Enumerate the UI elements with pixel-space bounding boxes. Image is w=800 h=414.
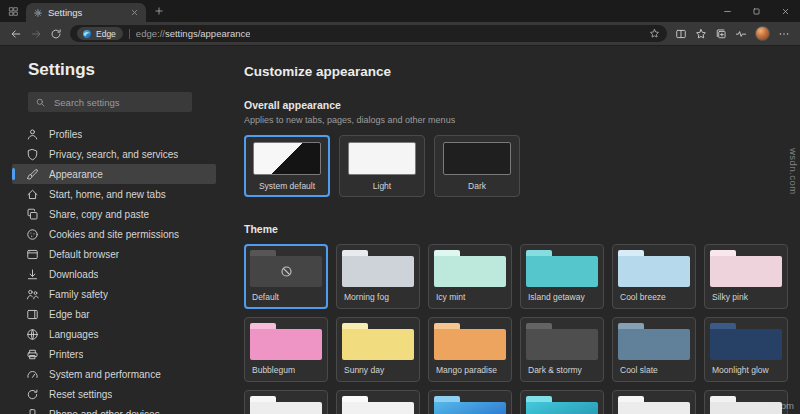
appearance-option-dark[interactable]: Dark <box>434 135 520 197</box>
favorites-icon[interactable] <box>695 28 707 40</box>
appearance-swatch <box>443 142 511 175</box>
theme-grid: DefaultMorning fogIcy mintIsland getaway… <box>244 244 800 414</box>
theme-label: Silky pink <box>710 292 782 302</box>
theme-card-partial[interactable] <box>244 390 328 414</box>
address-bar[interactable]: Edge edge://settings/appearance <box>70 25 667 42</box>
sidebar-item-phone-and-other-devices[interactable]: Phone and other devices <box>12 404 216 414</box>
theme-swatch <box>526 250 598 287</box>
sidebar-item-languages[interactable]: Languages <box>12 324 216 344</box>
theme-swatch <box>434 250 506 287</box>
sidebar-item-printers[interactable]: Printers <box>12 344 216 364</box>
theme-swatch <box>250 396 322 414</box>
theme-label: Mango paradise <box>434 365 506 375</box>
theme-sunny-day[interactable]: Sunny day <box>336 317 420 382</box>
theme-island-getaway[interactable]: Island getaway <box>520 244 604 309</box>
search-input[interactable] <box>52 96 185 109</box>
appearance-swatch <box>348 142 416 175</box>
settings-main: Customize appearance Overall appearance … <box>228 46 800 414</box>
titlebar: Settings <box>0 0 800 22</box>
search-icon <box>35 97 46 108</box>
refresh-icon[interactable] <box>50 28 62 40</box>
theme-cool-breeze[interactable]: Cool breeze <box>612 244 696 309</box>
tab-close-icon[interactable] <box>130 8 139 17</box>
sidebar-item-cookies-and-site-permissions[interactable]: Cookies and site permissions <box>12 224 216 244</box>
edgebar-icon <box>26 308 39 321</box>
browser-icon <box>26 248 39 261</box>
theme-swatch <box>250 250 322 287</box>
profile-avatar[interactable] <box>755 26 770 41</box>
tab-settings[interactable]: Settings <box>26 3 146 22</box>
theme-card-partial[interactable] <box>336 390 420 414</box>
sidebar-item-label: System and performance <box>49 369 161 380</box>
theme-label: Moonlight glow <box>710 365 782 375</box>
appearance-option-system-default[interactable]: System default <box>244 135 330 197</box>
sidebar-item-reset-settings[interactable]: Reset settings <box>12 384 216 404</box>
sidebar-item-downloads[interactable]: Downloads <box>12 264 216 284</box>
sidebar-item-profiles[interactable]: Profiles <box>12 124 216 144</box>
theme-bubblegum[interactable]: Bubblegum <box>244 317 328 382</box>
browser-essentials-icon[interactable] <box>735 28 747 40</box>
add-favorite-icon[interactable] <box>649 28 660 39</box>
sidebar-item-appearance[interactable]: Appearance <box>12 164 216 184</box>
forward-icon[interactable] <box>30 28 42 40</box>
sidebar-item-label: Family safety <box>49 289 108 300</box>
phone-icon <box>26 408 39 414</box>
new-tab-button[interactable] <box>146 0 172 22</box>
reset-icon <box>26 388 39 401</box>
appearance-swatch <box>253 142 321 175</box>
sidebar-item-family-safety[interactable]: Family safety <box>12 284 216 304</box>
watermark-side: wsdn.com <box>788 148 799 195</box>
sidebar-item-share-copy-and-paste[interactable]: Share, copy and paste <box>12 204 216 224</box>
theme-label: Dark & stormy <box>526 365 598 375</box>
theme-default[interactable]: Default <box>244 244 328 309</box>
sidebar-item-label: Cookies and site permissions <box>49 229 179 240</box>
language-icon <box>26 328 39 341</box>
edge-logo-icon <box>82 29 92 39</box>
brush-icon <box>26 168 39 181</box>
sidebar-item-system-and-performance[interactable]: System and performance <box>12 364 216 384</box>
sidebar-item-label: Privacy, search, and services <box>49 149 178 160</box>
theme-card-partial[interactable] <box>612 390 696 414</box>
plus-icon <box>154 6 164 16</box>
maximize-button[interactable] <box>742 0 771 22</box>
sidebar-item-start-home-and-new-tabs[interactable]: Start, home, and new tabs <box>12 184 216 204</box>
theme-swatch <box>434 323 506 360</box>
family-icon <box>26 288 39 301</box>
theme-swatch <box>710 250 782 287</box>
sidebar-item-label: Reset settings <box>49 389 112 400</box>
theme-label: Island getaway <box>526 292 598 302</box>
back-icon[interactable] <box>10 28 22 40</box>
sidebar-item-label: Downloads <box>49 269 98 280</box>
appearance-option-light[interactable]: Light <box>339 135 425 197</box>
theme-silky-pink[interactable]: Silky pink <box>704 244 788 309</box>
minimize-button[interactable] <box>713 0 742 22</box>
settings-more-icon[interactable] <box>778 28 790 40</box>
sidebar-item-edge-bar[interactable]: Edge bar <box>12 304 216 324</box>
theme-icy-mint[interactable]: Icy mint <box>428 244 512 309</box>
theme-swatch <box>618 396 690 414</box>
sidebar-item-privacy-search-and-services[interactable]: Privacy, search, and services <box>12 144 216 164</box>
theme-swatch <box>342 396 414 414</box>
settings-search[interactable] <box>28 92 192 112</box>
theme-card-partial[interactable] <box>428 390 512 414</box>
theme-label: Icy mint <box>434 292 506 302</box>
appearance-option-label: System default <box>259 181 315 191</box>
site-chip[interactable]: Edge <box>77 27 123 40</box>
theme-cool-slate[interactable]: Cool slate <box>612 317 696 382</box>
theme-moonlight-glow[interactable]: Moonlight glow <box>704 317 788 382</box>
overall-appearance-heading: Overall appearance <box>244 99 800 111</box>
theme-morning-fog[interactable]: Morning fog <box>336 244 420 309</box>
theme-dark-stormy[interactable]: Dark & stormy <box>520 317 604 382</box>
split-screen-icon[interactable] <box>675 28 687 40</box>
sidebar-item-label: Profiles <box>49 129 82 140</box>
sidebar-item-default-browser[interactable]: Default browser <box>12 244 216 264</box>
tab-actions-button[interactable] <box>0 0 26 22</box>
collections-icon[interactable] <box>715 28 727 40</box>
settings-page: Settings ProfilesPrivacy, search, and se… <box>0 46 800 414</box>
sidebar-item-label: Share, copy and paste <box>49 209 149 220</box>
url-divider <box>129 29 130 39</box>
theme-mango-paradise[interactable]: Mango paradise <box>428 317 512 382</box>
close-button[interactable] <box>771 0 800 22</box>
theme-swatch <box>618 323 690 360</box>
theme-card-partial[interactable] <box>520 390 604 414</box>
